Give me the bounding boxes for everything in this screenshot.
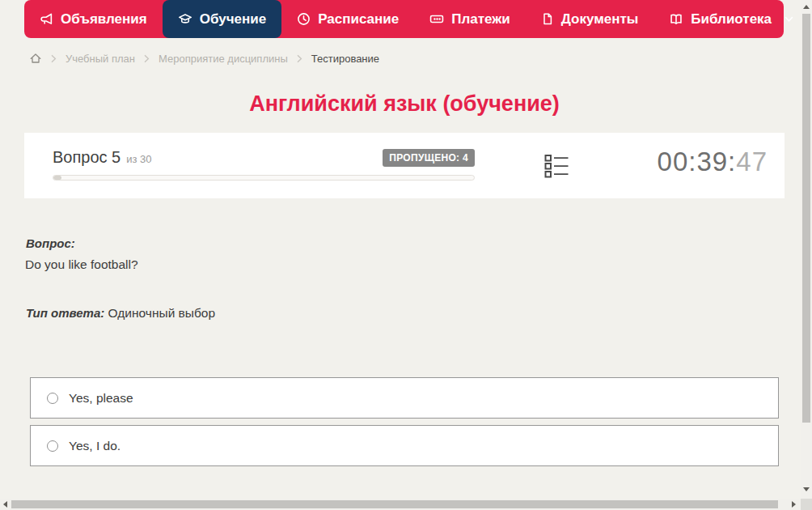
nav-item-label: Библиотека (691, 11, 772, 28)
horizontal-scrollbar[interactable] (0, 499, 801, 510)
option-label: Yes, I do. (69, 439, 121, 453)
question-number: Вопрос 5 (53, 148, 121, 167)
timer-seconds: 47 (736, 147, 768, 176)
chevron-down-icon (785, 16, 793, 23)
answer-type-label: Тип ответа: (26, 306, 104, 320)
timer: 00:39:47 (658, 147, 768, 177)
scrollbar-corner (801, 499, 812, 510)
breadcrumb: Учебный план Мероприятие дисциплины Тест… (29, 50, 379, 66)
vertical-scrollbar-thumb[interactable] (802, 14, 810, 423)
nav-item-schedule[interactable]: Расписание (281, 0, 414, 38)
page: Объявления Обучение Расписание Платежи Д… (0, 0, 812, 510)
quiz-progress-block: Вопрос 5 из 30 ПРОПУЩЕНО: 4 (53, 148, 475, 181)
vertical-scrollbar[interactable] (801, 0, 812, 499)
scroll-down-arrow-icon[interactable] (803, 487, 810, 491)
breadcrumb-item-discipline-event[interactable]: Мероприятие дисциплины (159, 53, 288, 65)
question-list-button[interactable] (544, 154, 569, 181)
nav-item-learning[interactable]: Обучение (163, 0, 281, 38)
quiz-header-card: Вопрос 5 из 30 ПРОПУЩЕНО: 4 00:39:47 (24, 133, 785, 198)
main-navbar: Объявления Обучение Расписание Платежи Д… (24, 0, 784, 38)
answer-option-1[interactable]: Yes, please (30, 377, 779, 419)
nav-item-payments[interactable]: Платежи (414, 0, 526, 38)
nav-item-label: Объявления (61, 11, 147, 28)
nav-item-label: Расписание (318, 11, 399, 28)
document-icon (541, 12, 554, 26)
answer-type-value: Одиночный выбор (108, 306, 216, 320)
breadcrumb-item-curriculum[interactable]: Учебный план (66, 53, 135, 65)
list-icon (544, 168, 569, 181)
clock-icon (297, 12, 311, 26)
megaphone-icon (40, 12, 53, 26)
nav-item-label: Обучение (200, 11, 266, 28)
skipped-badge: ПРОПУЩЕНО: 4 (383, 149, 475, 167)
nav-item-library[interactable]: Библиотека (653, 0, 809, 38)
nav-item-documents[interactable]: Документы (526, 0, 654, 38)
question-text: Do you like football? (25, 257, 138, 272)
banknote-icon (429, 12, 444, 26)
option-label: Yes, please (69, 391, 133, 406)
chevron-right-icon (144, 54, 150, 63)
chevron-right-icon (51, 54, 57, 63)
home-icon[interactable] (29, 52, 42, 65)
nav-item-announcements[interactable]: Объявления (24, 0, 163, 38)
radio-icon[interactable] (47, 440, 58, 452)
radio-icon[interactable] (47, 393, 58, 404)
answer-option-2[interactable]: Yes, I do. (30, 425, 779, 466)
scroll-left-arrow-icon[interactable] (3, 501, 7, 508)
page-title: Английский язык (обучение) (0, 91, 809, 117)
progress-bar (53, 175, 475, 181)
progress-fill (53, 176, 61, 180)
question-total: из 30 (126, 153, 151, 165)
question-prompt-label: Вопрос: (26, 236, 75, 250)
open-book-icon (669, 12, 683, 26)
answer-type-row: Тип ответа: Одиночный выбор (26, 306, 215, 321)
timer-main: 00:39: (658, 147, 737, 176)
graduation-cap-icon (178, 12, 192, 26)
breadcrumb-item-testing: Тестирование (311, 53, 379, 65)
nav-item-label: Документы (561, 11, 639, 28)
nav-item-label: Платежи (451, 11, 510, 28)
chevron-right-icon (297, 54, 302, 63)
scroll-up-arrow-icon[interactable] (803, 5, 810, 9)
horizontal-scrollbar-thumb[interactable] (11, 500, 778, 508)
scroll-right-arrow-icon[interactable] (792, 501, 796, 508)
